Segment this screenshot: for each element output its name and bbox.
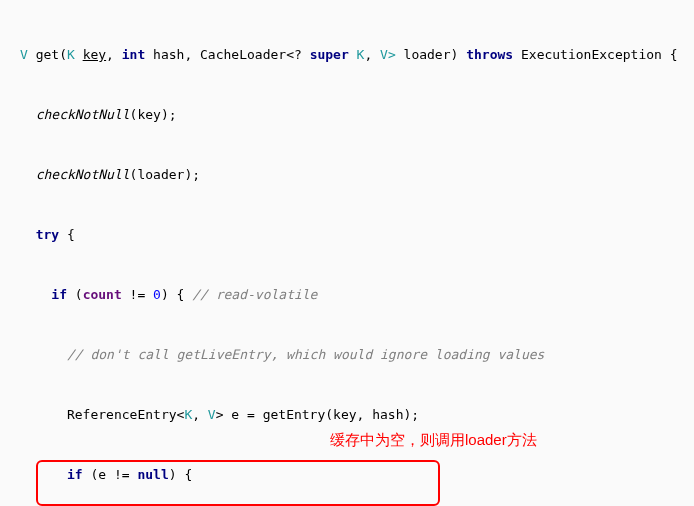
- comment: // read-volatile: [192, 287, 317, 302]
- param-name: hash: [153, 47, 184, 62]
- annotation-text: 缓存中为空，则调用loader方法: [330, 430, 537, 450]
- keyword-try: try: [36, 227, 59, 242]
- brace: {: [177, 287, 185, 302]
- code-line: V get(K key, int hash, CacheLoader<? sup…: [0, 45, 694, 65]
- arg: key: [137, 107, 160, 122]
- keyword-super: super: [310, 47, 349, 62]
- type-v: V: [208, 407, 216, 422]
- arg: loader: [137, 167, 184, 182]
- number: 0: [153, 287, 161, 302]
- highlight-box: [36, 460, 440, 506]
- type-v: V>: [380, 47, 396, 62]
- comment: // don't call getLiveEntry, which would …: [67, 347, 544, 362]
- param-name: loader: [404, 47, 451, 62]
- code-line: if (count != 0) { // read-volatile: [0, 285, 694, 305]
- param-name: key: [83, 47, 106, 62]
- type: CacheLoader<?: [200, 47, 302, 62]
- return-type: V: [20, 47, 28, 62]
- paren: ): [161, 287, 169, 302]
- paren: (: [75, 287, 83, 302]
- type: ReferenceEntry<: [67, 407, 184, 422]
- code-line: ReferenceEntry<K, V> e = getEntry(key, h…: [0, 405, 694, 425]
- keyword-int: int: [122, 47, 145, 62]
- field-count: count: [83, 287, 122, 302]
- keyword-if: if: [51, 287, 67, 302]
- code-line: checkNotNull(key);: [0, 105, 694, 125]
- rest: > e = getEntry(key, hash);: [216, 407, 420, 422]
- method-call: checkNotNull: [36, 167, 130, 182]
- code-editor[interactable]: V get(K key, int hash, CacheLoader<? sup…: [0, 0, 694, 506]
- code-line: // don't call getLiveEntry, which would …: [0, 345, 694, 365]
- brace: {: [670, 47, 678, 62]
- param-type: K: [67, 47, 75, 62]
- op: !=: [122, 287, 153, 302]
- type-k: K: [357, 47, 365, 62]
- code-line: try {: [0, 225, 694, 245]
- keyword-throws: throws: [466, 47, 513, 62]
- brace: {: [67, 227, 75, 242]
- method-name: get: [36, 47, 59, 62]
- code-line: checkNotNull(loader);: [0, 165, 694, 185]
- method-call: checkNotNull: [36, 107, 130, 122]
- comma: ,: [192, 407, 208, 422]
- exception-type: ExecutionException: [521, 47, 662, 62]
